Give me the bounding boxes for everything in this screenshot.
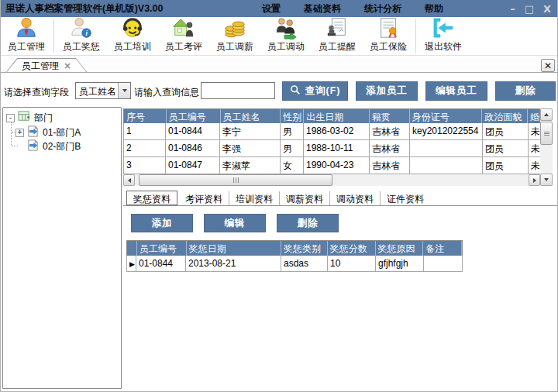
toolbar-label: 员工调动 <box>267 40 305 53</box>
panel-close-button[interactable]: ✕ <box>541 59 555 72</box>
column-header[interactable]: 奖惩日期 <box>187 241 281 256</box>
detail-delete-button[interactable]: 删除 <box>277 214 339 232</box>
horizontal-scroll-thumb[interactable] <box>139 174 332 186</box>
column-header[interactable]: 政治面貌 <box>482 109 528 124</box>
tab-certificate-data[interactable]: 证件资料 <box>381 191 430 205</box>
toolbar-employee-training[interactable]: 员工培训 <box>107 17 158 55</box>
column-header[interactable]: 序号 <box>124 109 167 124</box>
cell: 李宁 <box>220 123 281 140</box>
toolbar-exit[interactable]: 退出软件 <box>418 17 469 55</box>
toolbar-label: 员工考评 <box>165 40 202 53</box>
query-input-label: 请输入查询信息 <box>134 86 199 99</box>
tree-node-departments[interactable]: - 部门 <box>6 111 53 125</box>
cell: 01-0844 <box>136 256 186 272</box>
minimize-icon[interactable]: – <box>510 4 515 14</box>
cell: 1986-03-02 <box>304 123 370 140</box>
tab-salary-data[interactable]: 调薪资料 <box>280 191 330 205</box>
cell: 团员 <box>483 123 529 140</box>
column-header[interactable]: 奖惩类别 <box>281 241 328 256</box>
toolbar-separator <box>415 19 416 53</box>
detail-edit-button[interactable]: 编辑 <box>204 214 266 232</box>
menu-bar: 设置 基础资料 统计分析 帮助 <box>250 0 455 17</box>
vertical-scrollbar[interactable] <box>540 108 553 186</box>
toolbar-employee-insurance[interactable]: 员工保险 <box>363 17 414 55</box>
tree-node-label: 01-部门A <box>43 126 81 139</box>
employee-transfer-icon <box>274 16 298 40</box>
cell: 1990-04-23 <box>304 157 370 174</box>
maximize-icon[interactable]: □ <box>525 4 534 14</box>
menu-help[interactable]: 帮助 <box>413 2 455 15</box>
tree-node-department-a[interactable]: + 01-部门A <box>16 126 81 139</box>
window-controls: – □ X <box>510 0 551 17</box>
edit-employee-button[interactable]: 编辑员工 <box>425 81 487 101</box>
tab-training-data[interactable]: 培训资料 <box>229 191 280 205</box>
column-header[interactable]: 出生日期 <box>304 109 370 124</box>
cell <box>410 157 483 174</box>
column-header[interactable]: 奖惩原因 <box>376 241 424 256</box>
toolbar-employee-transfer[interactable]: 员工调动 <box>260 17 312 55</box>
cell: 男 <box>281 140 304 157</box>
employee-salary-icon <box>223 16 246 40</box>
cell: 吉林省 <box>370 123 410 140</box>
scroll-left-icon[interactable] <box>123 174 135 186</box>
query-input[interactable] <box>201 82 275 99</box>
column-header[interactable]: 身份证号 <box>410 109 483 124</box>
close-icon[interactable]: X <box>543 4 551 14</box>
query-field-select[interactable]: 员工姓名 <box>75 82 131 99</box>
detail-table-row[interactable]: ▶ 01-0844 2013-08-21 asdas 10 gfjhfgjh <box>126 256 463 272</box>
vertical-scroll-thumb[interactable] <box>540 122 553 145</box>
tab-reward-data[interactable]: 奖惩资料 <box>126 191 177 205</box>
employee-table-row[interactable]: 3 01-0847 李淑苹 女 1990-04-23 吉林省 团员 未 <box>123 157 540 174</box>
menu-statistics[interactable]: 统计分析 <box>353 2 413 15</box>
cell: 1 <box>123 123 166 140</box>
scroll-up-icon[interactable] <box>540 108 553 121</box>
cell: 团员 <box>483 157 529 174</box>
detail-tab-bar: 奖惩资料 考评资料 培训资料 调薪资料 调动资料 证件资料 <box>123 191 557 206</box>
column-header[interactable]: 婚 <box>528 109 539 124</box>
employee-table-row[interactable]: 2 01-0846 李强 男 1988-10-11 吉林省 团员 未 <box>123 140 540 157</box>
tree-expand-icon[interactable]: + <box>16 129 24 137</box>
scroll-down-icon[interactable] <box>540 174 553 186</box>
toolbar-label: 员工管理 <box>8 40 45 53</box>
chevron-down-icon[interactable] <box>118 83 130 98</box>
column-header[interactable]: 员工编号 <box>167 109 221 124</box>
exit-icon <box>432 16 455 40</box>
department-item-icon <box>26 125 40 140</box>
tree-collapse-icon[interactable]: - <box>6 114 15 122</box>
horizontal-scrollbar[interactable] <box>123 174 540 186</box>
toolbar-label: 退出软件 <box>425 40 462 53</box>
cell: 01-0844 <box>166 123 220 140</box>
employee-table-row[interactable]: 1 01-0844 李宁 男 1986-03-02 吉林省 key2012022… <box>123 123 540 140</box>
cell: 1988-10-11 <box>304 140 370 157</box>
query-field-label: 请选择查询字段 <box>4 86 69 99</box>
column-header[interactable]: 性别 <box>281 109 304 124</box>
panel-close-icon: ✕ <box>544 60 552 71</box>
detail-table-header: 员工编号 奖惩日期 奖惩类别 奖惩分数 奖惩原因 备注 <box>126 240 463 256</box>
row-selector-cell: ▶ <box>126 256 136 272</box>
delete-employee-button[interactable]: 删除 <box>495 81 556 101</box>
toolbar-employee-salary[interactable]: 员工调薪 <box>209 17 260 55</box>
tab-transfer-data[interactable]: 调动资料 <box>330 191 381 205</box>
column-header[interactable]: 奖惩分数 <box>328 241 376 256</box>
add-employee-button[interactable]: 添加员工 <box>356 81 418 101</box>
detail-add-button[interactable]: 添加 <box>131 214 193 232</box>
tab-appraisal-data[interactable]: 考评资料 <box>179 191 229 205</box>
column-header[interactable]: 备注 <box>423 241 462 256</box>
tab-employee-manage[interactable]: 员工管理 × <box>5 58 88 73</box>
tab-close-icon[interactable]: × <box>64 61 71 70</box>
column-header[interactable]: 籍贯 <box>370 109 410 124</box>
column-header[interactable]: 员工编号 <box>137 241 187 256</box>
scroll-right-icon[interactable] <box>529 174 540 186</box>
toolbar-employee-manage[interactable]: 员工管理 <box>1 17 52 55</box>
toolbar-employee-reward[interactable]: i 员工奖惩 <box>56 17 107 55</box>
menu-base-data[interactable]: 基础资料 <box>292 2 353 15</box>
title-bar: 里诺人事档案管理软件(单机版)V3.00 设置 基础资料 统计分析 帮助 – □… <box>1 0 558 17</box>
menu-settings[interactable]: 设置 <box>250 2 292 15</box>
cell: 2013-08-21 <box>186 256 281 272</box>
toolbar-employee-reminder[interactable]: 员工提醒 <box>312 17 363 55</box>
tree-node-department-b[interactable]: 02-部门B <box>26 139 81 153</box>
column-header[interactable]: 员工姓名 <box>221 109 281 124</box>
search-button-label: 查询(F) <box>305 84 341 98</box>
search-button[interactable]: 查询(F) <box>282 81 348 101</box>
toolbar-employee-appraisal[interactable]: 员工考评 <box>158 17 209 55</box>
